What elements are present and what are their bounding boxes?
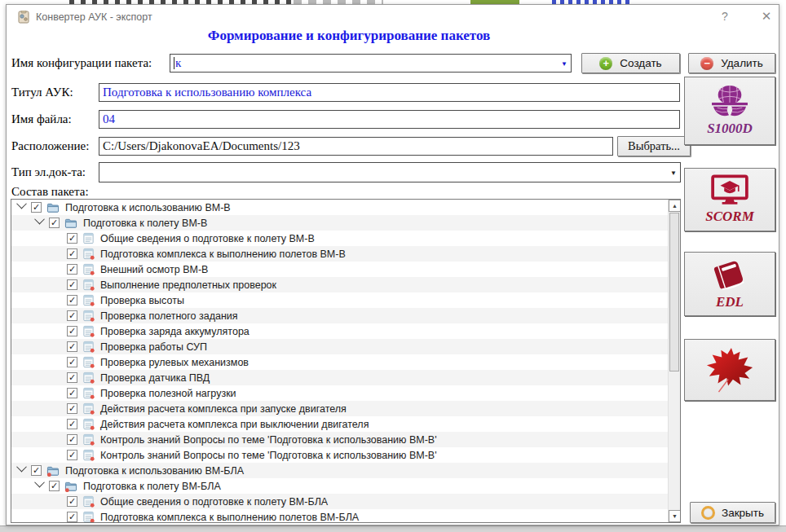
tree-item-label: Общие сведения о подготовке к полету ВМ-… — [100, 233, 315, 244]
export-s1000d-button[interactable]: S1000D — [684, 77, 775, 145]
edl-label: EDL — [716, 294, 744, 310]
chevron-down-icon[interactable] — [16, 462, 27, 473]
scroll-down-icon[interactable]: ▼ — [669, 510, 681, 522]
document-icon — [82, 232, 95, 244]
checkbox[interactable]: ✓ — [67, 372, 77, 383]
title-bar[interactable]: Конвертер АУК - экспорт ? ✕ — [7, 5, 779, 28]
checkbox[interactable]: ✓ — [67, 403, 77, 414]
folder-icon — [64, 481, 77, 492]
tree-item[interactable]: ✓Проверка высоты — [11, 292, 681, 308]
checkbox[interactable]: ✓ — [31, 202, 42, 213]
tree-item[interactable]: ✓Контроль знаний Вопросы по теме 'Подгот… — [11, 447, 681, 463]
expander-slot[interactable] — [18, 201, 31, 213]
help-button[interactable]: ? — [718, 10, 732, 24]
location-input[interactable]: C:/Users/DjakonovaEA/Documents/123 — [99, 137, 613, 156]
browse-button-label: Выбрать... — [628, 139, 680, 153]
checkbox[interactable]: ✓ — [49, 481, 60, 491]
close-window-button[interactable]: ✕ — [758, 9, 775, 25]
tree-item[interactable]: ✓Проверка рулевых механизмов — [11, 354, 681, 370]
tree-rows: ✓Подготовка к использованию ВМ-В✓Подгото… — [11, 200, 680, 523]
checkbox[interactable]: ✓ — [67, 512, 77, 522]
folder-icon — [64, 218, 77, 229]
tree-item[interactable]: ✓Проверка заряда аккумулятора — [11, 323, 681, 339]
chevron-down-icon[interactable]: ▼ — [670, 169, 677, 176]
checkbox[interactable]: ✓ — [67, 419, 77, 429]
expander-slot[interactable] — [36, 480, 49, 492]
expander-slot[interactable] — [36, 217, 49, 229]
auk-title-label: Титул АУК: — [11, 86, 73, 99]
checkbox[interactable]: ✓ — [67, 496, 77, 507]
tree-item[interactable]: ✓Общие сведения о подготовке к полету ВМ… — [11, 231, 681, 246]
checkbox[interactable]: ✓ — [31, 465, 42, 476]
expander-slot[interactable] — [18, 464, 31, 477]
checkbox[interactable]: ✓ — [67, 295, 77, 306]
tree-item[interactable]: ✓Выполнение предполетных проверок — [11, 277, 681, 292]
tree-item[interactable]: ✓Подготовка к полету ВМ-БЛА — [11, 478, 681, 494]
tree-item[interactable]: ✓Проверка полетного задания — [11, 308, 681, 323]
auk-title-input[interactable]: Подготовка к использованию комплекса — [99, 83, 680, 102]
checkbox[interactable]: ✓ — [49, 218, 60, 228]
tree-item[interactable]: ✓Общие сведения о подготовке к полету ВМ… — [11, 494, 681, 509]
scrollbar-thumb[interactable] — [669, 213, 679, 372]
tree-item[interactable]: ✓Действия расчета комплекса при запуске … — [11, 401, 681, 416]
chevron-down-icon[interactable] — [34, 214, 45, 225]
checkbox[interactable]: ✓ — [67, 310, 77, 321]
close-dialog-button[interactable]: Закрыть — [690, 502, 775, 523]
config-name-value: к — [175, 56, 181, 70]
checkbox[interactable]: ✓ — [67, 233, 77, 244]
checkbox[interactable]: ✓ — [67, 326, 77, 336]
tree-item[interactable]: ✓Действия расчета комплекса при выключен… — [11, 416, 681, 432]
checkbox[interactable]: ✓ — [67, 434, 77, 445]
tree-item[interactable]: ✓Проверка полезной нагрузки — [11, 385, 681, 401]
chevron-down-icon[interactable] — [34, 477, 45, 488]
package-tree[interactable]: ✓Подготовка к использованию ВМ-В✓Подгото… — [11, 199, 681, 523]
document-icon — [82, 433, 95, 446]
checkbox[interactable]: ✓ — [67, 248, 77, 259]
filename-input[interactable]: 04 — [99, 110, 680, 129]
tree-item-label: Подготовка к использованию ВМ-В — [65, 202, 231, 213]
tree-item-label: Действия расчета комплекса при запуске д… — [100, 403, 347, 415]
chevron-down-icon[interactable] — [16, 199, 27, 209]
export-scorm-button[interactable]: SCORM — [684, 168, 775, 231]
tree-item[interactable]: ✓Проверка работы СУП — [11, 339, 681, 354]
doctype-combobox[interactable]: ▼ — [99, 162, 681, 182]
chevron-down-icon[interactable]: ▼ — [561, 59, 567, 67]
tree-item[interactable]: ✓Подготовка комплекса к выполнению полет… — [11, 246, 681, 262]
scroll-up-icon[interactable]: ▲ — [669, 200, 681, 212]
close-dialog-label: Закрыть — [722, 507, 764, 519]
export-maple-button[interactable] — [684, 339, 775, 401]
tree-item[interactable]: ✓Внешний осмотр ВМ-В — [11, 262, 681, 277]
config-name-combobox[interactable]: к ▼ — [170, 54, 572, 73]
checkbox[interactable]: ✓ — [67, 341, 77, 352]
checkbox[interactable]: ✓ — [67, 279, 77, 290]
package-contents-label: Состав пакета: — [11, 185, 89, 199]
checkbox[interactable]: ✓ — [67, 357, 77, 367]
tree-item-label: Проверка полетного задания — [100, 310, 238, 322]
tree-item[interactable]: ✓Подготовка к использованию ВМ-БЛА — [11, 463, 674, 478]
browse-button[interactable]: Выбрать... — [617, 136, 691, 156]
create-button[interactable]: + Создать — [581, 53, 680, 73]
tree-item[interactable]: ✓Проверка датчика ПВД — [11, 370, 681, 385]
tree-item[interactable]: ✓Подготовка комплекса к выполнению полет… — [11, 509, 681, 523]
tree-item-label: Контроль знаний Вопросы по теме 'Подгото… — [100, 434, 437, 446]
checkbox[interactable]: ✓ — [67, 388, 77, 398]
document-icon — [82, 325, 95, 337]
document-icon — [82, 248, 95, 260]
tree-item[interactable]: ✓Контроль знаний Вопросы по теме 'Подгот… — [11, 432, 681, 447]
document-icon — [82, 356, 95, 368]
tree-item-label: Проверка рулевых механизмов — [100, 357, 249, 368]
tree-item-label: Проверка датчика ПВД — [100, 372, 210, 384]
export-edl-button[interactable]: EDL — [684, 252, 775, 316]
tree-item[interactable]: ✓Подготовка к использованию ВМ-В — [11, 200, 674, 215]
vertical-scrollbar[interactable]: ▲ ▼ — [668, 200, 680, 522]
tree-item[interactable]: ✓Подготовка к полету ВМ-В — [11, 215, 681, 231]
document-icon — [82, 387, 95, 399]
maple-leaf-icon — [704, 345, 755, 395]
auk-title-value: Подготовка к использованию комплекса — [103, 86, 311, 99]
location-value: C:/Users/DjakonovaEA/Documents/123 — [103, 139, 300, 153]
tree-item-label: Контроль знаний Вопросы по теме 'Подгото… — [100, 450, 437, 461]
checkbox[interactable]: ✓ — [67, 264, 77, 275]
location-label: Расположение: — [11, 139, 89, 153]
delete-button[interactable]: − Удалить — [688, 53, 775, 73]
checkbox[interactable]: ✓ — [67, 450, 77, 460]
